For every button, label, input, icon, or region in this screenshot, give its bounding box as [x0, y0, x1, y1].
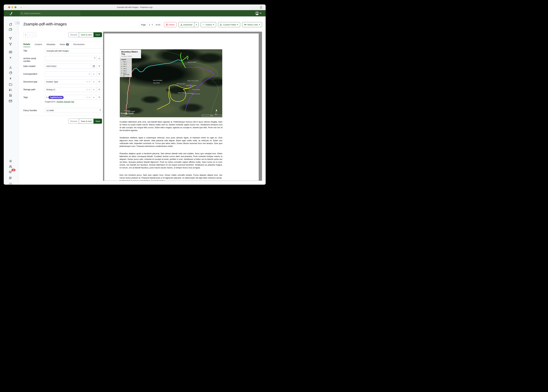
tab-details[interactable]: Details — [23, 43, 30, 47]
map-legend: Legend Day 1Day 2Day 3Day 4Day 5Day 6Ent… — [120, 58, 132, 77]
title-input[interactable] — [45, 49, 102, 53]
tag-suggestion-link[interactable]: Another Sample Tag — [57, 101, 74, 103]
browser-back-icon[interactable]: ‹ — [21, 6, 22, 9]
remove-tag-icon[interactable]: ✕ — [46, 96, 48, 98]
correspondent-select[interactable] — [45, 71, 91, 77]
fancy-number-input[interactable] — [45, 108, 102, 113]
close-document-button[interactable]: ✕ — [23, 32, 28, 37]
sidebar-item-settings[interactable] — [9, 159, 12, 163]
map-copyright-1: © 2017 Google — [120, 115, 126, 116]
previous-document-button[interactable]: ← — [28, 32, 32, 37]
save-next-button[interactable]: Save & next — [79, 32, 94, 37]
page-number-input[interactable]: 1 — [147, 22, 154, 27]
share-icon[interactable] — [260, 6, 262, 9]
user-menu[interactable] — [255, 11, 261, 15]
tab-permissions[interactable]: Permissions — [73, 43, 85, 47]
sidebar-item-correspondents[interactable] — [9, 66, 12, 69]
sidebar: » — [4, 16, 19, 185]
page-title: 2sample-pdf-with-images — [23, 22, 67, 27]
legend-item: Day 4 — [121, 67, 130, 70]
clear-icon[interactable]: ✕ — [86, 96, 88, 98]
sidebar-item-document-types[interactable]: # — [9, 77, 12, 80]
legend-item: Day 1 — [121, 61, 130, 63]
tab-metadata[interactable]: Metadata — [47, 43, 55, 47]
asn-input[interactable] — [45, 56, 97, 61]
sidebar-item-users-groups[interactable] — [9, 165, 12, 168]
sidebar-expand-button[interactable]: » — [15, 21, 20, 25]
chevron-down-icon — [89, 74, 90, 74]
browser-forward-icon[interactable]: › — [24, 6, 25, 9]
sidebar-item-storage-paths[interactable] — [9, 83, 12, 86]
paperless-logo-icon[interactable] — [9, 11, 13, 16]
document-type-filter-button[interactable] — [96, 79, 102, 84]
browser-window: ‹ › 2sample-pdf-with-images - Paperless-… — [4, 5, 266, 185]
tab-content[interactable]: Content — [35, 43, 42, 47]
date-created-input[interactable] — [45, 64, 91, 69]
correspondent-filter-button[interactable] — [96, 71, 102, 77]
sidebar-item-saved-view-1[interactable] — [9, 37, 12, 40]
preview-scrollbar[interactable] — [259, 32, 262, 181]
add-correspondent-button[interactable]: + — [91, 71, 97, 77]
tab-notes[interactable]: Notes1 — [60, 43, 69, 47]
discard-button[interactable]: Discard — [68, 32, 79, 37]
share-links-dropdown-button[interactable]: Share Links — [242, 22, 262, 27]
sidebar-item-tags[interactable] — [9, 71, 12, 75]
download-options-button[interactable] — [194, 22, 199, 27]
sidebar-item-dashboard[interactable] — [9, 23, 12, 26]
map-title: Boundary Waters Trip — [121, 51, 140, 55]
save-button[interactable]: Save — [94, 32, 102, 37]
minimize-window-button[interactable] — [11, 6, 13, 8]
actions-dropdown-button[interactable]: ⋯ Actions — [201, 22, 216, 27]
sidebar-item-custom-fields[interactable] — [9, 88, 12, 91]
download-button[interactable]: Download — [178, 22, 194, 27]
storage-path-filter-button[interactable] — [96, 87, 102, 92]
add-tag-button[interactable]: + — [91, 95, 97, 100]
next-document-button[interactable]: → — [32, 32, 37, 37]
tags-select[interactable]: ✕ TagWithPartial ✕ — [45, 95, 91, 100]
paragraph: Curabitur bibendum ante urna, sed blandi… — [120, 120, 222, 132]
delete-button[interactable]: Delete — [164, 22, 176, 27]
sidebar-item-documents[interactable] — [9, 28, 12, 31]
legend-item: Day 2 — [121, 63, 130, 65]
caret-down-icon — [196, 24, 197, 25]
storage-path-select[interactable]: Testing 12 ✕ — [45, 87, 91, 92]
asn-plus-one-button[interactable]: +1 — [96, 56, 102, 61]
clear-icon[interactable]: ✕ — [86, 89, 88, 91]
caret-down-icon — [237, 24, 238, 25]
date-suggestions-button[interactable] — [96, 64, 102, 69]
close-window-button[interactable] — [8, 6, 10, 8]
clear-icon[interactable]: ✕ — [86, 81, 88, 83]
route-marker-icon — [121, 66, 123, 67]
sidebar-item-documentation[interactable]: ? — [9, 182, 12, 185]
tags-filter-button[interactable] — [96, 95, 102, 100]
sidebar-item-saved-view-2[interactable] — [9, 42, 12, 46]
sidebar-item-open-document[interactable] — [9, 50, 12, 54]
calendar-button[interactable] — [91, 64, 97, 69]
document-type-select[interactable]: Another Type ✕ — [45, 79, 91, 84]
discard-button[interactable]: Discard — [68, 119, 79, 124]
tag-chip[interactable]: TagWithPartial — [49, 96, 64, 99]
sidebar-item-mail[interactable] — [9, 99, 12, 103]
sidebar-item-logs[interactable] — [9, 176, 12, 180]
chevron-down-icon — [89, 97, 90, 98]
custom-fields-icon — [220, 24, 222, 26]
paragraph: Phasellus dapibus quam a hendrerit place… — [120, 152, 222, 169]
caret-down-icon — [259, 24, 260, 25]
save-next-button[interactable]: Save & next — [79, 119, 94, 124]
download-split-button: Download — [178, 22, 199, 27]
island-label: Half Dog Island — [176, 83, 185, 84]
asn-spinner[interactable] — [94, 57, 95, 59]
search-input[interactable] — [24, 12, 79, 14]
custom-fields-dropdown-button[interactable]: Custom Fields — [218, 22, 240, 27]
edit-toolbar: ✕ ← → Discard Save & next Save — [23, 32, 102, 37]
island-label: Lincoln Island — [192, 89, 200, 90]
sidebar-item-saved-processing[interactable] — [9, 94, 12, 97]
add-document-type-button[interactable]: + — [91, 79, 97, 84]
zoom-window-button[interactable] — [14, 6, 16, 8]
page-spinner[interactable] — [151, 24, 153, 25]
map-image: N Boundary Waters Trip Six days in BWCA … — [120, 49, 222, 117]
save-button[interactable]: Save — [94, 119, 102, 124]
fancy-number-spinner[interactable] — [100, 109, 101, 111]
add-storage-path-button[interactable]: + — [91, 87, 97, 92]
sidebar-close-all-documents-button[interactable] — [9, 56, 12, 59]
